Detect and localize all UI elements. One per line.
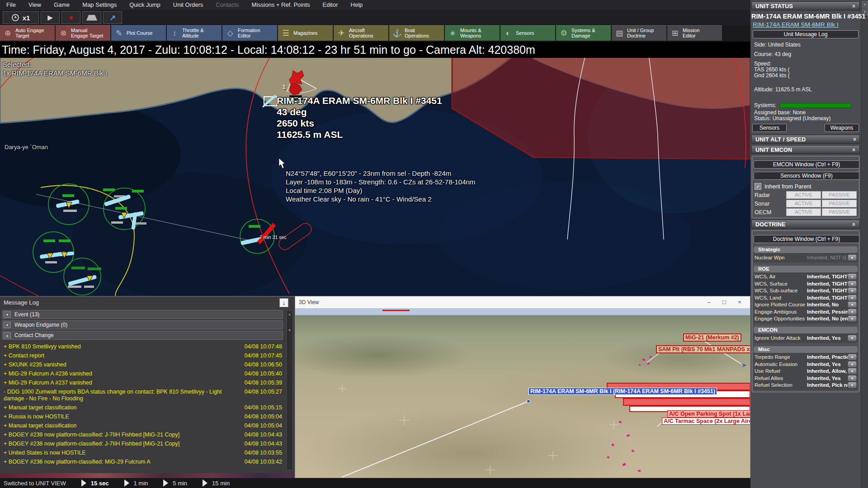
toolbar-button[interactable]: ▤ Unit / Group Doctrine — [612, 25, 666, 41]
time-step[interactable]: 15 sec — [81, 479, 109, 487]
record-button[interactable]: ● — [61, 11, 80, 24]
inherit-checkbox[interactable]: ✓ — [755, 183, 761, 190]
emcon-passive-button[interactable]: PASSIVE — [822, 191, 857, 199]
toolbar-button[interactable]: ⚙ Systems & Damage — [556, 25, 611, 41]
toolbar-button[interactable]: ✎ Plot Course — [111, 25, 166, 41]
facility-parking-label[interactable]: A/C Open Parking Spot (1x Large — [667, 410, 750, 418]
dropdown-chevron-icon[interactable]: ▼ — [848, 273, 857, 280]
log-entry[interactable]: + BOGEY #238 now platform-classified: J-… — [2, 439, 283, 448]
log-entry-prefix[interactable]: + — [4, 361, 7, 368]
log-entry[interactable]: + Manual target classification 04/08 10:… — [2, 421, 283, 430]
menu-item[interactable]: Unit Orders — [167, 0, 209, 10]
tactical-map[interactable]: Time: Friday, August 4, 2017 - Zulu: 10:… — [0, 42, 750, 296]
log-group-collapse-icon[interactable]: ▼ — [4, 311, 11, 318]
menu-item[interactable]: Quick Jump — [123, 0, 167, 10]
3d-view-window[interactable]: 3D View – □ × — [295, 296, 750, 478]
log-entry-prefix[interactable]: + — [4, 404, 7, 411]
minimize-icon[interactable]: – — [701, 296, 717, 308]
dropdown-chevron-icon[interactable]: ▼ — [848, 301, 857, 308]
emcon-passive-button[interactable]: PASSIVE — [822, 200, 857, 207]
log-entry[interactable]: + United States is now HOSTILE 04/08 10:… — [2, 448, 283, 457]
toolbar-button[interactable]: ⊕ Auto Engage Target — [0, 25, 55, 41]
collapse-chevron-icon[interactable]: « — [851, 148, 858, 151]
time-step[interactable]: 15 min — [203, 479, 230, 487]
log-entry[interactable]: + Russia is now HOSTILE 04/08 10:05:04 — [2, 412, 283, 421]
menu-item[interactable]: Missions + Ref. Points — [245, 0, 316, 10]
dropdown-chevron-icon[interactable]: ▼ — [848, 382, 857, 388]
unit-emcon-header[interactable]: UNIT EMCON « — [751, 145, 860, 154]
dropdown-chevron-icon[interactable]: ▼ — [848, 254, 857, 261]
message-log-scrollbar[interactable]: ▲ ▼ — [286, 310, 293, 470]
toolbar-button[interactable]: ☰ Magazines — [278, 25, 333, 41]
toolbar-button[interactable]: ✈ Aircraft Operations — [334, 25, 388, 41]
dropdown-chevron-icon[interactable]: ▼ — [848, 335, 857, 341]
dropdown-chevron-icon[interactable]: ▼ — [848, 354, 857, 360]
toolbar-button[interactable]: ↕ Throttle & Altitude — [167, 25, 222, 41]
log-entry[interactable]: + MiG-29 Fulcrum A #237 vanished 04/08 1… — [2, 378, 283, 387]
flight-deck-button[interactable] — [82, 11, 101, 24]
menu-item[interactable]: View — [22, 0, 47, 10]
own-missile-label[interactable]: RIM-174A ERAM SM-6MR Blk I (RIM-174A ERA… — [528, 388, 717, 395]
log-entry[interactable]: + BOGEY #236 now platform-classified: Mi… — [2, 457, 283, 466]
log-entry-prefix[interactable]: + — [4, 413, 7, 420]
collapse-chevron-icon[interactable]: « — [851, 5, 858, 8]
collapse-chevron-icon[interactable]: « — [851, 223, 858, 226]
sidebar-scrollbar[interactable]: ▲ ▼ — [861, 0, 868, 488]
time-step[interactable]: 5 min — [163, 479, 187, 487]
doctrine-window-button[interactable]: Doctrine Window (Ctrl + F9) — [754, 235, 859, 243]
dropdown-chevron-icon[interactable]: ▼ — [848, 295, 857, 301]
toolbar-button[interactable]: ◇ Formation Editor — [222, 25, 277, 41]
log-entry-prefix[interactable]: + — [4, 422, 7, 429]
log-entry[interactable]: + BPK 810 Smetlivyy vanished 04/08 10:07… — [2, 342, 283, 351]
maximize-icon[interactable]: □ — [717, 296, 732, 308]
time-step[interactable]: 1 min — [124, 479, 148, 487]
log-group-header[interactable]: ▼ Weapon Endgame (0) — [2, 320, 283, 329]
log-entry[interactable]: + BOGEY #239 now platform-classified: J-… — [2, 430, 283, 439]
emcon-active-button[interactable]: ACTIVE — [786, 200, 821, 207]
log-entry-prefix[interactable]: + — [4, 432, 7, 438]
close-icon[interactable]: × — [732, 296, 747, 308]
toolbar-button[interactable]: ⚓ Boat Operations — [389, 25, 444, 41]
doctrine-header[interactable]: DOCTRINE « — [751, 220, 860, 229]
log-group-collapse-icon[interactable]: ▲ — [4, 332, 11, 338]
play-button[interactable]: ▶ — [41, 11, 60, 24]
log-entry-prefix[interactable]: + — [4, 459, 7, 465]
dropdown-chevron-icon[interactable]: ▼ — [848, 368, 857, 374]
menu-item[interactable]: Map Settings — [76, 0, 123, 10]
log-entry[interactable]: - DDG 1000 Zumwalt reports BDA status ch… — [2, 387, 283, 403]
emcon-window-button[interactable]: EMCON Window (Ctrl + F9) — [754, 160, 859, 169]
message-log-download-button[interactable]: ↓ — [279, 298, 288, 307]
facility-tarmac-label[interactable]: A/C Tarmac Space (2x Large Aircraft) — [662, 418, 750, 425]
toolbar-button[interactable]: ∗ Mounts & Weapons — [445, 25, 500, 41]
dropdown-chevron-icon[interactable]: ▼ — [848, 361, 857, 367]
log-entry[interactable]: + Contact report 04/08 10:07:45 — [2, 351, 283, 360]
menu-item[interactable]: Game — [47, 0, 76, 10]
log-entry-prefix[interactable]: - — [4, 389, 5, 395]
log-entry[interactable]: + MiG-29 Fulcrum A #236 vanished 04/08 1… — [2, 369, 283, 378]
menu-item[interactable]: Contacts — [209, 0, 245, 10]
hostile-aircraft-label[interactable]: MiG-21 (Merkum #2) — [683, 333, 741, 342]
log-entry[interactable]: + Manual target classification 04/08 10:… — [2, 403, 283, 412]
emcon-active-button[interactable]: ACTIVE — [786, 191, 821, 199]
log-group-collapse-icon[interactable]: ▼ — [4, 322, 11, 328]
3d-view-titlebar[interactable]: 3D View – □ × — [295, 296, 750, 308]
menu-item[interactable]: Editor — [316, 0, 344, 10]
emcon-passive-button[interactable]: PASSIVE — [822, 208, 857, 216]
quick-jump-button[interactable]: ↗ — [103, 11, 122, 24]
log-entry-prefix[interactable]: + — [4, 343, 7, 350]
log-group-header[interactable]: ▼ Event (13) — [2, 310, 283, 319]
scroll-up-icon[interactable]: ▲ — [862, 1, 868, 8]
weapons-button[interactable]: Weapons — [825, 124, 859, 132]
scroll-up-icon[interactable]: ▲ — [287, 311, 292, 316]
dropdown-chevron-icon[interactable]: ▼ — [848, 315, 857, 322]
unit-class-link[interactable]: RIM-174A ERAM SM-6MR Blk I — [753, 21, 860, 28]
menu-item[interactable]: File — [0, 0, 22, 10]
toolbar-button[interactable]: ⊞ Mission Editor — [667, 25, 722, 41]
scroll-down-icon[interactable]: ▼ — [287, 327, 292, 333]
log-entry-prefix[interactable]: + — [4, 371, 7, 377]
toolbar-button[interactable]: ◐ Sensors — [500, 25, 555, 41]
emcon-active-button[interactable]: ACTIVE — [786, 208, 821, 216]
log-entry-prefix[interactable]: + — [4, 441, 7, 447]
hostile-sam-label[interactable]: SAM Plt (RBS 70 Mk1 MANPADS x 3) — [656, 345, 750, 353]
menu-item[interactable]: Help — [344, 0, 369, 10]
